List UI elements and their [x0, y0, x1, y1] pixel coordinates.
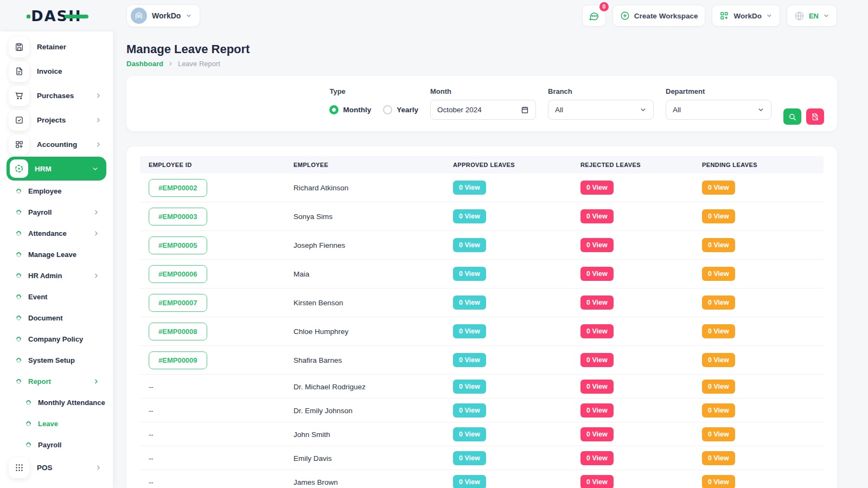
sidebar-item-hr-admin[interactable]: HR Admin — [0, 265, 113, 286]
branch-select[interactable]: All — [548, 100, 654, 120]
messages-button[interactable]: 0 — [582, 5, 606, 27]
approved-leaves-view-button[interactable]: 0 View — [453, 403, 486, 418]
sidebar-item-label: System Setup — [28, 356, 75, 364]
sidebar-item-projects[interactable]: Projects — [0, 108, 113, 132]
sidebar-item-employee[interactable]: Employee — [0, 181, 113, 202]
rejected-leaves-view-button[interactable]: 0 View — [580, 427, 614, 441]
sidebar-item-payroll[interactable]: Payroll — [0, 434, 113, 455]
employee-id-cell: -- — [140, 477, 293, 487]
sidebar-item-document[interactable]: Document — [0, 307, 113, 329]
yearly-radio[interactable]: Yearly — [383, 105, 418, 114]
messages-badge: 0 — [599, 2, 609, 11]
language-selector[interactable]: EN — [787, 5, 837, 27]
approved-leaves-view-button[interactable]: 0 View — [453, 238, 486, 252]
approved-leaves-view-button[interactable]: 0 View — [453, 267, 486, 281]
sidebar-item-label: Attendance — [28, 229, 67, 237]
sidebar-item-pos[interactable]: POS — [0, 455, 113, 480]
pending-leaves-view-button[interactable]: 0 View — [702, 238, 735, 252]
pending-leaves-view-button[interactable]: 0 View — [702, 451, 735, 465]
approved-leaves-view-button[interactable]: 0 View — [453, 353, 486, 367]
approved-leaves-view-button[interactable]: 0 View — [453, 427, 486, 441]
brand-logo[interactable]: DASH — [31, 7, 81, 25]
pending-leaves-view-button[interactable]: 0 View — [702, 427, 735, 441]
rejected-leaves-view-button[interactable]: 0 View — [580, 403, 614, 418]
approved-leaves-view-button[interactable]: 0 View — [453, 380, 486, 394]
approved-leaves-cell: 0 View — [453, 209, 580, 223]
sidebar-item-event[interactable]: Event — [0, 286, 113, 307]
rejected-leaves-view-button[interactable]: 0 View — [580, 475, 614, 488]
breadcrumb-dashboard-link[interactable]: Dashboard — [126, 60, 163, 68]
employee-id-chip[interactable]: #EMP00005 — [149, 236, 207, 254]
employee-id-chip[interactable]: #EMP00006 — [149, 265, 207, 283]
chevron-right-icon — [93, 378, 100, 385]
rejected-leaves-view-button[interactable]: 0 View — [580, 324, 614, 338]
rejected-leaves-view-button[interactable]: 0 View — [580, 267, 614, 281]
pending-leaves-cell: 0 View — [702, 403, 824, 418]
table-row: --Dr. Emily Johnson0 View0 View0 View — [140, 399, 824, 422]
sidebar-item-report[interactable]: Report — [0, 371, 113, 392]
pending-leaves-view-button[interactable]: 0 View — [702, 181, 735, 195]
month-date-input[interactable]: October 2024 — [430, 100, 536, 120]
leave-report-table-card: EMPLOYEE IDEMPLOYEEAPPROVED LEAVESREJECT… — [126, 146, 837, 488]
pending-leaves-cell: 0 View — [702, 427, 824, 441]
approved-leaves-cell: 0 View — [453, 267, 580, 281]
chevron-right-icon — [93, 230, 100, 237]
create-workspace-button[interactable]: Create Workspace — [612, 5, 706, 27]
sidebar-item-manage-leave[interactable]: Manage Leave — [0, 244, 113, 265]
pending-leaves-view-button[interactable]: 0 View — [702, 209, 735, 223]
approved-leaves-view-button[interactable]: 0 View — [453, 209, 486, 223]
approved-leaves-view-button[interactable]: 0 View — [453, 475, 486, 488]
sidebar-item-payroll[interactable]: Payroll — [0, 202, 113, 223]
approved-leaves-view-button[interactable]: 0 View — [453, 324, 486, 338]
employee-id-chip[interactable]: #EMP00008 — [149, 323, 207, 341]
pending-leaves-view-button[interactable]: 0 View — [702, 403, 735, 418]
rejected-leaves-view-button[interactable]: 0 View — [580, 380, 614, 394]
employee-id-chip[interactable]: #EMP00002 — [149, 179, 207, 197]
rejected-leaves-view-button[interactable]: 0 View — [580, 451, 614, 465]
employee-name: Emily Davis — [293, 454, 332, 463]
pending-leaves-view-button[interactable]: 0 View — [702, 475, 735, 488]
pending-leaves-view-button[interactable]: 0 View — [702, 296, 735, 310]
bullet-icon — [15, 230, 22, 237]
sidebar-item-leave[interactable]: Leave — [0, 413, 113, 434]
rejected-leaves-view-button[interactable]: 0 View — [580, 296, 614, 310]
employee-name-cell: Maia — [293, 269, 453, 279]
monthly-radio-label: Monthly — [343, 106, 371, 114]
approved-leaves-cell: 0 View — [453, 475, 580, 488]
sidebar-item-invoice[interactable]: Invoice — [0, 59, 113, 84]
sidebar-item-hrm[interactable]: HRM — [7, 157, 106, 181]
sidebar-item-retainer[interactable]: Retainer — [0, 35, 113, 59]
sidebar-item-accounting[interactable]: Accounting — [0, 132, 113, 157]
rejected-leaves-view-button[interactable]: 0 View — [580, 181, 614, 195]
sidebar-item-system-setup[interactable]: System Setup — [0, 350, 113, 371]
sidebar-item-company-policy[interactable]: Company Policy — [0, 329, 113, 350]
create-workspace-label: Create Workspace — [634, 12, 698, 20]
chevron-right-icon — [168, 61, 174, 67]
approved-leaves-cell: 0 View — [453, 380, 580, 394]
employee-name: Dr. Emily Johnson — [293, 407, 353, 415]
employee-id-chip[interactable]: #EMP00009 — [149, 351, 207, 369]
department-select[interactable]: All — [666, 100, 771, 120]
employee-id-chip[interactable]: #EMP00007 — [149, 294, 207, 312]
rejected-leaves-view-button[interactable]: 0 View — [580, 238, 614, 252]
reset-filter-button[interactable] — [806, 108, 824, 125]
approved-leaves-view-button[interactable]: 0 View — [453, 451, 486, 465]
approved-leaves-view-button[interactable]: 0 View — [453, 181, 486, 195]
employee-id-chip[interactable]: #EMP00003 — [149, 208, 207, 226]
globe-icon — [794, 11, 805, 21]
sidebar-item-purchases[interactable]: Purchases — [0, 84, 113, 108]
workspace-selector[interactable]: WorkDo — [126, 4, 200, 27]
rejected-leaves-view-button[interactable]: 0 View — [580, 353, 614, 367]
pending-leaves-view-button[interactable]: 0 View — [702, 267, 735, 281]
pending-leaves-view-button[interactable]: 0 View — [702, 353, 735, 367]
monthly-radio[interactable]: Monthly — [329, 105, 371, 114]
approved-leaves-view-button[interactable]: 0 View — [453, 296, 486, 310]
sidebar-item-monthly-attendance[interactable]: Monthly Attendance — [0, 392, 113, 413]
sidebar-item-attendance[interactable]: Attendance — [0, 223, 113, 244]
pending-leaves-view-button[interactable]: 0 View — [702, 324, 735, 338]
rejected-leaves-view-button[interactable]: 0 View — [580, 209, 614, 223]
workdo-menu-button[interactable]: WorkDo — [712, 5, 780, 27]
search-button[interactable] — [783, 108, 801, 125]
chevron-down-icon — [766, 12, 773, 19]
pending-leaves-view-button[interactable]: 0 View — [702, 380, 735, 394]
